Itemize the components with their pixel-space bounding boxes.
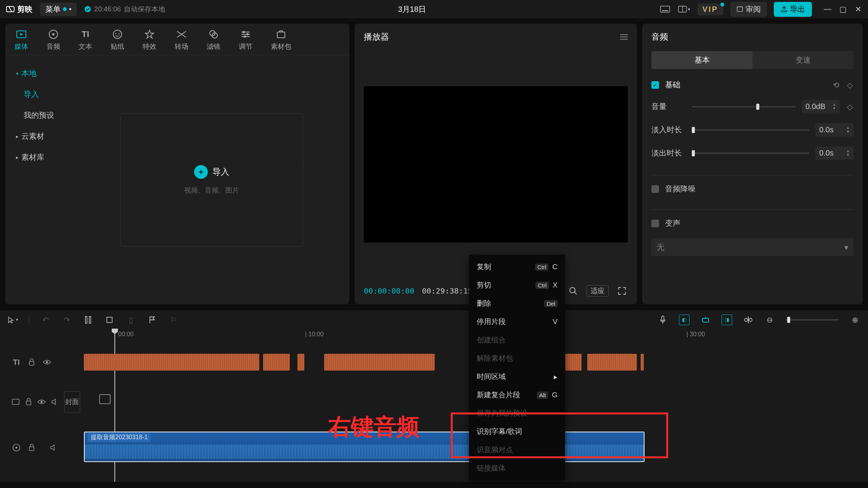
fadein-slider[interactable] <box>692 129 809 131</box>
split-icon[interactable] <box>83 315 93 325</box>
reset-icon[interactable]: ⟲ <box>832 81 840 89</box>
svg-point-37 <box>40 401 43 403</box>
volume-keyframe-icon[interactable]: ◇ <box>846 103 854 111</box>
keyframe-icon[interactable]: ◇ <box>846 81 854 89</box>
magnet-on-icon[interactable]: ◧ <box>679 315 690 325</box>
text-clip[interactable] <box>587 354 637 371</box>
tab-filter[interactable]: 滤镜 <box>207 29 220 51</box>
ctx-range[interactable]: 时间区域▸ <box>469 368 565 386</box>
close-button[interactable]: ✕ <box>854 5 862 14</box>
text-clip[interactable] <box>641 354 644 371</box>
volume-stepper[interactable]: ▲▼ <box>833 103 836 110</box>
import-dropzone[interactable]: + 导入 视频、音频、图片 <box>120 113 303 247</box>
ctx-disable[interactable]: 停用片段V <box>469 313 565 331</box>
text-clip[interactable] <box>324 354 435 371</box>
tab-transition[interactable]: 转场 <box>175 29 188 51</box>
export-button[interactable]: 导出 <box>774 2 812 17</box>
eye-icon[interactable] <box>37 397 46 406</box>
redo-icon[interactable]: ↷ <box>61 315 72 325</box>
svg-point-22 <box>570 287 575 293</box>
tab-media[interactable]: 媒体 <box>14 29 28 51</box>
mic-icon[interactable] <box>657 315 668 325</box>
tab-effects[interactable]: 特效 <box>143 29 156 51</box>
volume-slider[interactable] <box>692 106 796 108</box>
maximize-button[interactable]: ▢ <box>839 5 847 14</box>
snap-icon[interactable] <box>700 315 711 325</box>
fadeout-value[interactable]: 0.0s ▲▼ <box>815 146 854 160</box>
ruler-tick: 00:00 <box>118 331 133 338</box>
marker-in-icon[interactable]: ▯ <box>125 315 136 325</box>
fadeout-stepper[interactable]: ▲▼ <box>846 149 850 157</box>
import-hint: 视频、音频、图片 <box>184 186 239 195</box>
text-clip[interactable] <box>297 354 304 371</box>
zoom-slider[interactable] <box>786 319 839 321</box>
svg-rect-2 <box>661 6 670 12</box>
lock-icon[interactable] <box>25 397 32 406</box>
svg-point-19 <box>246 33 249 35</box>
ctx-copy[interactable]: 复制CtrlC <box>469 258 565 276</box>
mute-icon[interactable] <box>49 443 59 452</box>
titlebar-right: ▾ VIP 审阅 导出 — ▢ ✕ <box>659 2 862 17</box>
mute-icon[interactable] <box>51 397 59 406</box>
annotation-text: 右键音频 <box>328 412 420 443</box>
menu-button[interactable]: 菜单 ▾ <box>40 3 77 16</box>
tab-adjust[interactable]: 调节 <box>239 29 252 51</box>
voicechange-dropdown[interactable]: 无 ▾ <box>651 238 854 256</box>
cut-at-playhead-icon[interactable] <box>743 315 754 325</box>
undo-icon[interactable]: ↶ <box>40 315 51 325</box>
ctx-delete[interactable]: 删除Del <box>469 294 565 313</box>
review-button[interactable]: 审阅 <box>730 2 767 17</box>
layout-icon[interactable]: ▾ <box>678 5 690 14</box>
zoom-out-icon[interactable]: ⊖ <box>764 315 775 325</box>
minimize-button[interactable]: — <box>823 5 832 14</box>
vip-badge[interactable]: VIP <box>697 3 723 15</box>
denoise-checkbox[interactable] <box>651 185 659 193</box>
tab-pack[interactable]: 素材包 <box>271 29 291 51</box>
tab-text[interactable]: TI 文本 <box>79 29 92 51</box>
player-viewport[interactable] <box>355 50 637 278</box>
tab-sticker[interactable]: 贴纸 <box>111 29 124 51</box>
fullscreen-icon[interactable] <box>616 286 628 296</box>
fadeout-slider[interactable] <box>692 152 809 154</box>
prop-denoise: 音频降噪 <box>651 184 854 194</box>
cover-thumbnail[interactable]: 封面 <box>64 391 80 413</box>
key: Del <box>544 300 558 307</box>
fadein-stepper[interactable]: ▲▼ <box>846 126 850 133</box>
side-group-library[interactable]: ▸素材库 <box>5 147 74 168</box>
tab-audio[interactable]: 音频 <box>47 29 60 51</box>
import-button[interactable]: + 导入 <box>194 165 229 179</box>
pointer-tool-icon[interactable]: ▾ <box>8 315 18 325</box>
player-canvas <box>364 86 628 242</box>
lock-icon[interactable] <box>27 358 37 367</box>
keyboard-icon[interactable] <box>659 5 671 14</box>
ctx-cut[interactable]: 剪切CtrlX <box>469 276 565 294</box>
text-clip[interactable] <box>84 354 259 371</box>
ctx-compound[interactable]: 新建复合片段AltG <box>469 386 565 404</box>
ctx-ungroup-label: 解除素材包 <box>477 353 558 363</box>
side-presets[interactable]: 我的预设 <box>5 105 74 126</box>
player-menu-icon[interactable] <box>620 34 628 40</box>
voicechange-checkbox[interactable] <box>651 220 659 227</box>
prop-tab-speed[interactable]: 变速 <box>752 51 854 69</box>
properties-tabs: 基本 变速 <box>651 51 854 69</box>
side-group-local[interactable]: ▾本地 <box>5 63 74 84</box>
text-clip[interactable] <box>263 354 290 371</box>
prop-tab-basic[interactable]: 基本 <box>651 51 752 69</box>
side-group-cloud[interactable]: ▸云素材 <box>5 126 74 147</box>
plus-icon: + <box>194 165 208 179</box>
basic-checkbox[interactable]: ✓ <box>651 81 659 89</box>
ctx-compound-label: 新建复合片段 <box>477 390 537 400</box>
zoom-icon[interactable] <box>567 286 579 296</box>
fit-button[interactable]: 适应 <box>587 285 609 297</box>
eye-icon[interactable] <box>42 358 52 367</box>
lock-icon[interactable] <box>27 443 37 452</box>
link-toggle-icon[interactable]: ◨ <box>722 315 732 325</box>
flag-out-icon[interactable]: ⚐ <box>168 315 179 325</box>
flag-icon[interactable] <box>147 315 158 325</box>
tab-media-label: 媒体 <box>14 42 28 51</box>
volume-value[interactable]: 0.0dB ▲▼ <box>802 100 840 113</box>
side-import[interactable]: 导入 <box>5 84 74 105</box>
fadein-value[interactable]: 0.0s ▲▼ <box>815 123 854 136</box>
crop-icon[interactable] <box>104 315 115 325</box>
zoom-in-icon[interactable]: ⊕ <box>850 315 860 325</box>
